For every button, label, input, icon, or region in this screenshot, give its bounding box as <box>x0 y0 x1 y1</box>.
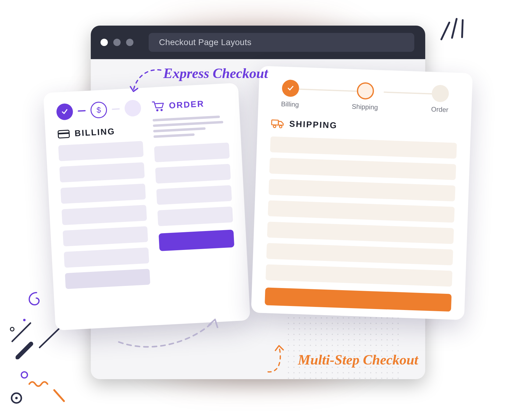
step-label: Billing <box>281 100 299 109</box>
cart-icon <box>152 100 165 112</box>
form-field[interactable] <box>266 264 452 287</box>
window-controls[interactable] <box>101 39 133 46</box>
form-field[interactable] <box>58 141 143 161</box>
order-section-title: ORDER <box>152 97 227 112</box>
shipping-label: SHIPPING <box>289 119 337 130</box>
continue-button[interactable] <box>265 287 452 311</box>
progress-connector <box>78 110 86 112</box>
window-close-icon[interactable] <box>101 39 108 46</box>
billing-form-placeholders <box>58 141 150 289</box>
progress-step-current-icon: $ <box>90 101 108 119</box>
form-field[interactable] <box>269 158 456 180</box>
step-label: Shipping <box>352 103 378 112</box>
svg-point-5 <box>273 125 276 128</box>
order-label: ORDER <box>169 99 205 111</box>
form-field[interactable] <box>270 136 457 158</box>
svg-point-2 <box>156 109 158 111</box>
svg-line-10 <box>40 329 59 347</box>
billing-label: BILLING <box>74 126 115 138</box>
express-left-column: $ BILLING <box>56 100 152 319</box>
progress-step-done-icon <box>56 103 73 120</box>
progress-step-next-icon <box>124 100 142 117</box>
svg-point-6 <box>279 125 282 128</box>
svg-point-3 <box>161 109 163 111</box>
form-field[interactable] <box>62 205 147 225</box>
express-checkout-card: $ BILLING <box>43 83 250 330</box>
svg-point-12 <box>21 372 27 378</box>
form-field[interactable] <box>63 226 148 246</box>
multistep-checkout-card: Billing Shipping Order SHIPPING <box>251 66 473 320</box>
svg-rect-1 <box>58 132 69 134</box>
summary-row <box>157 206 233 226</box>
billing-section-title: BILLING <box>57 125 142 139</box>
step-next-icon <box>432 85 449 102</box>
form-field[interactable] <box>269 179 455 201</box>
form-field[interactable] <box>60 183 146 204</box>
form-field[interactable] <box>64 247 149 268</box>
credit-card-icon <box>57 129 70 139</box>
form-field[interactable] <box>268 200 454 222</box>
svg-point-8 <box>10 327 14 331</box>
summary-row <box>156 185 232 205</box>
truck-icon <box>271 118 284 129</box>
order-summary-rows <box>154 143 233 226</box>
address-bar[interactable]: Checkout Page Layouts <box>149 33 414 52</box>
step-shipping[interactable]: Shipping <box>346 82 384 112</box>
browser-titlebar: Checkout Page Layouts <box>91 26 425 59</box>
shipping-form-placeholders <box>265 136 457 311</box>
step-label: Order <box>431 105 448 114</box>
svg-rect-4 <box>272 120 279 125</box>
summary-row <box>155 164 231 184</box>
svg-point-7 <box>23 319 26 321</box>
form-field[interactable] <box>65 269 150 289</box>
express-right-column: ORDER <box>152 95 238 313</box>
svg-line-15 <box>54 390 64 401</box>
step-current-icon <box>357 82 374 100</box>
summary-row <box>154 143 230 162</box>
multistep-progress: Billing Shipping Order <box>272 79 459 114</box>
address-bar-text: Checkout Page Layouts <box>159 37 252 47</box>
step-order[interactable]: Order <box>421 84 459 114</box>
window-minimize-icon[interactable] <box>113 39 121 46</box>
express-progress-bar: $ <box>56 100 141 120</box>
step-billing[interactable]: Billing <box>272 79 309 109</box>
step-done-icon <box>282 80 299 97</box>
svg-point-14 <box>15 397 18 399</box>
form-field[interactable] <box>266 243 453 265</box>
progress-connector <box>112 108 120 110</box>
accent-strokes-top-right <box>435 10 472 47</box>
form-field[interactable] <box>267 222 454 244</box>
order-summary-lines <box>153 115 228 138</box>
submit-order-button[interactable] <box>159 230 235 251</box>
shipping-section-title: SHIPPING <box>271 118 458 135</box>
form-field[interactable] <box>59 162 145 182</box>
window-zoom-icon[interactable] <box>126 39 133 46</box>
svg-line-9 <box>12 323 30 341</box>
dollar-icon: $ <box>96 105 101 115</box>
